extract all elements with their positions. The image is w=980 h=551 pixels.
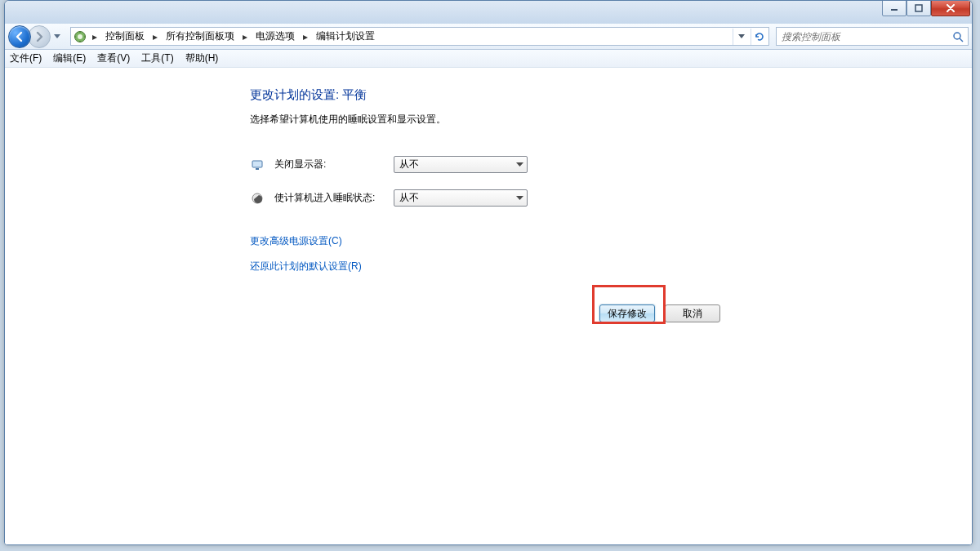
save-button[interactable]: 保存修改 <box>599 304 655 322</box>
chevron-right-icon: ▸ <box>149 31 161 42</box>
titlebar <box>5 1 972 24</box>
search-icon[interactable] <box>951 30 964 43</box>
svg-point-4 <box>954 33 960 39</box>
back-button[interactable] <box>8 25 31 48</box>
menu-view[interactable]: 查看(V) <box>97 51 130 65</box>
control-panel-window: ▸ 控制面板 ▸ 所有控制面板项 ▸ 电源选项 ▸ 编辑计划设置 <box>4 0 973 545</box>
display-combo[interactable]: 从不 <box>394 156 528 173</box>
restore-link[interactable]: 还原此计划的默认设置(R) <box>250 260 972 273</box>
svg-rect-7 <box>256 168 259 170</box>
window-controls <box>882 0 970 16</box>
display-label: 关闭显示器: <box>274 158 384 171</box>
search-box[interactable] <box>776 27 969 46</box>
advanced-link[interactable]: 更改高级电源设置(C) <box>250 234 972 248</box>
button-row: 保存修改 取消 <box>250 304 972 322</box>
page-title: 更改计划的设置: 平衡 <box>250 87 972 103</box>
breadcrumb-item[interactable]: 电源选项 <box>252 28 298 45</box>
breadcrumb-item[interactable]: 所有控制面板项 <box>163 28 238 45</box>
sleep-icon <box>250 191 265 206</box>
breadcrumb-item[interactable]: 编辑计划设置 <box>313 28 378 45</box>
nav-history-dropdown[interactable] <box>52 31 62 42</box>
refresh-button[interactable] <box>751 29 767 45</box>
address-dropdown[interactable] <box>733 29 749 45</box>
navigation-row: ▸ 控制面板 ▸ 所有控制面板项 ▸ 电源选项 ▸ 编辑计划设置 <box>5 24 972 50</box>
chevron-right-icon: ▸ <box>89 31 100 42</box>
sleep-combo[interactable]: 从不 <box>394 189 528 207</box>
svg-rect-0 <box>891 9 898 11</box>
control-panel-icon <box>73 29 87 44</box>
cancel-button-label: 取消 <box>683 307 702 321</box>
chevron-right-icon: ▸ <box>239 31 251 42</box>
menu-edit[interactable]: 编辑(E) <box>53 51 86 65</box>
svg-rect-1 <box>915 5 922 11</box>
forward-button[interactable] <box>28 25 51 48</box>
menu-file[interactable]: 文件(F) <box>10 51 42 65</box>
address-bar[interactable]: ▸ 控制面板 ▸ 所有控制面板项 ▸ 电源选项 ▸ 编辑计划设置 <box>70 27 769 46</box>
breadcrumb-item[interactable]: 控制面板 <box>102 28 148 45</box>
nav-buttons <box>8 25 62 48</box>
page-subtitle: 选择希望计算机使用的睡眠设置和显示设置。 <box>250 113 972 127</box>
links-section: 更改高级电源设置(C) 还原此计划的默认设置(R) <box>250 234 972 273</box>
close-button[interactable] <box>931 0 970 16</box>
chevron-down-icon <box>516 162 523 167</box>
menu-help[interactable]: 帮助(H) <box>185 51 219 65</box>
chevron-down-icon <box>516 196 523 201</box>
search-input[interactable] <box>780 30 951 43</box>
maximize-button[interactable] <box>906 0 931 16</box>
sleep-label: 使计算机进入睡眠状态: <box>274 191 384 205</box>
display-icon <box>250 158 265 172</box>
menu-bar: 文件(F) 编辑(E) 查看(V) 工具(T) 帮助(H) <box>5 50 972 68</box>
display-value: 从不 <box>399 158 419 171</box>
sleep-value: 从不 <box>399 191 419 205</box>
svg-rect-6 <box>252 161 262 167</box>
svg-line-5 <box>960 38 963 42</box>
content-area: 更改计划的设置: 平衡 选择希望计算机使用的睡眠设置和显示设置。 关闭显示器: … <box>5 68 972 544</box>
cancel-button[interactable]: 取消 <box>665 304 720 322</box>
menu-tools[interactable]: 工具(T) <box>141 51 173 65</box>
chevron-right-icon: ▸ <box>300 31 311 42</box>
save-button-label: 保存修改 <box>608 307 647 321</box>
setting-display-row: 关闭显示器: 从不 <box>250 156 972 173</box>
svg-point-3 <box>78 34 82 39</box>
minimize-button[interactable] <box>882 0 906 16</box>
setting-sleep-row: 使计算机进入睡眠状态: 从不 <box>250 189 972 207</box>
